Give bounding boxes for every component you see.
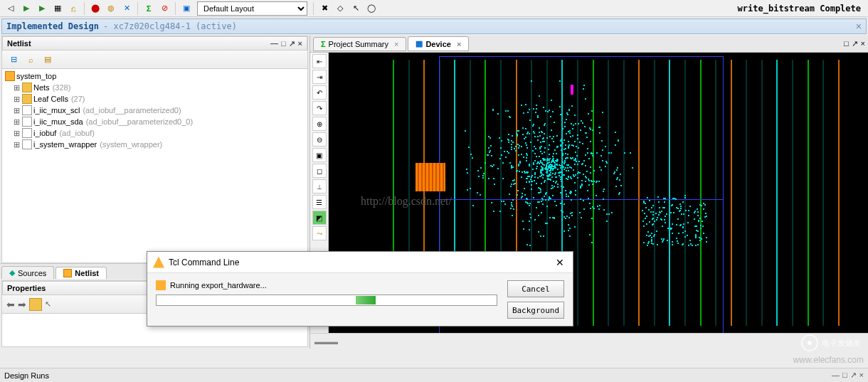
sources-icon: ◆	[9, 268, 15, 277]
expand-icon[interactable]: ⊞	[12, 129, 21, 138]
diamond-icon[interactable]: ◇	[334, 2, 346, 15]
undo-icon[interactable]: ↶	[312, 85, 327, 100]
redo-icon[interactable]: ↷	[312, 101, 327, 115]
cancel-button[interactable]: Cancel	[507, 280, 564, 297]
layout-icon[interactable]: ▣	[180, 2, 193, 15]
chip-icon[interactable]: ▦	[51, 2, 64, 15]
site-url: www.elecfans.com	[793, 355, 864, 365]
progress-indicator	[356, 296, 376, 304]
stop-icon[interactable]: ⬤	[89, 2, 102, 15]
drawer-icon[interactable]: ▬▬▬	[314, 337, 338, 346]
background-button[interactable]: Background	[507, 302, 564, 319]
back-icon[interactable]: ◁	[4, 2, 17, 15]
close-tab-icon[interactable]: ×	[394, 40, 398, 48]
restore-icon[interactable]: ↗	[852, 39, 858, 48]
branch-icon[interactable]: ⎌	[67, 2, 80, 15]
cell-icon	[22, 128, 32, 138]
filter-icon[interactable]: ▤	[40, 52, 55, 68]
pointer-icon[interactable]: ↖	[45, 299, 51, 309]
sigma-icon: Σ	[321, 40, 326, 48]
tree-root[interactable]: system_top	[4, 70, 306, 82]
zoom-fit-icon[interactable]: ▣	[312, 148, 327, 162]
cancel-icon[interactable]: ⊘	[158, 2, 171, 15]
collapse-icon[interactable]: ⊟	[6, 52, 21, 68]
close-icon[interactable]: ×	[298, 39, 302, 48]
tab-sources[interactable]: ◆ Sources	[1, 266, 54, 279]
back-icon[interactable]: ⬅	[6, 299, 15, 310]
status-text: write_bitstream Complete	[738, 4, 865, 14]
close-icon[interactable]: ×	[861, 39, 865, 48]
box-icon[interactable]	[29, 298, 42, 311]
tree-item[interactable]: ⊞ Nets (328)	[4, 82, 306, 93]
app-icon	[153, 257, 164, 268]
close-icon[interactable]: ×	[859, 371, 864, 380]
bram-marker	[571, 85, 573, 95]
minimize-icon[interactable]: —	[832, 371, 840, 380]
site-logo: 电子发烧友	[776, 332, 861, 354]
netlist-tree[interactable]: system_top ⊞ Nets (328) ⊞ Leaf Cells (27…	[2, 69, 307, 262]
expand-icon[interactable]: ⊞	[12, 83, 21, 92]
dialog-close-icon[interactable]: ✕	[553, 257, 567, 268]
minimize-icon[interactable]: —	[270, 39, 278, 48]
region-label: X1Y0	[528, 331, 547, 333]
expand-icon[interactable]: ⊞	[12, 95, 21, 104]
main-toolbar: ◁ ▶ ▶ ▦ ⎌ ⬤ ◍ ✕ Σ ⊘ ▣ Default Layout ✖ ◇…	[0, 0, 868, 17]
tree-item[interactable]: ⊞ i_iic_mux_scl (ad_iobuf__parameterized…	[4, 105, 306, 116]
design-banner: Implemented Design - xc7z020clg484-1 (ac…	[1, 18, 867, 34]
select-icon[interactable]: ◻	[312, 164, 327, 178]
cell-icon	[22, 117, 32, 127]
prev-icon[interactable]: ⇤	[312, 54, 327, 68]
tab-project-summary[interactable]: Σ Project Summary ×	[313, 37, 406, 51]
netlist-header: Netlist — □ ↗ ×	[2, 36, 307, 51]
tab-netlist[interactable]: Netlist	[55, 267, 107, 279]
route-icon[interactable]: ⤳	[312, 226, 327, 240]
ruler-icon[interactable]: ⟂	[312, 179, 327, 193]
maximize-icon[interactable]: □	[842, 371, 847, 380]
design-runs-title: Design Runs	[4, 371, 49, 380]
globe-icon[interactable]: ◍	[105, 2, 117, 15]
expand-icon[interactable]: ⊞	[12, 106, 21, 115]
banner-close-icon[interactable]: ×	[856, 21, 862, 32]
play2-icon[interactable]: ▶	[36, 2, 48, 15]
sigma-icon[interactable]: Σ	[142, 2, 155, 15]
play-icon[interactable]: ▶	[20, 2, 33, 15]
bubble-icon[interactable]: ◯	[365, 2, 378, 15]
dialog-message-row: Running export_hardware...	[156, 280, 499, 290]
design-runs-panel: Design Runs — □ ↗ ×	[0, 368, 868, 382]
tree-item[interactable]: ⊞ i_iobuf (ad_iobuf)	[4, 127, 306, 139]
right-tabs: Σ Project Summary × ▦ Device × □ ↗ ×	[310, 36, 868, 53]
restore-icon[interactable]: ↗	[289, 39, 295, 48]
layout-select[interactable]: Default Layout	[197, 1, 307, 16]
close-tab-icon[interactable]: ×	[457, 40, 461, 48]
find-icon[interactable]: ⌕	[23, 52, 38, 68]
next-icon[interactable]: ⇥	[312, 70, 327, 84]
tab-device[interactable]: ▦ Device ×	[408, 36, 469, 51]
forward-icon[interactable]: ➡	[18, 299, 26, 310]
zoom-in-icon[interactable]: ⊕	[312, 117, 327, 131]
netlist-title: Netlist	[7, 39, 31, 48]
expand-icon[interactable]: ⊞	[12, 140, 21, 149]
netlist-icon	[63, 269, 72, 277]
cell-icon	[22, 139, 32, 149]
zoom-out-icon[interactable]: ⊖	[312, 132, 327, 147]
tree-item[interactable]: ⊞ i_iic_mux_sda (ad_iobuf__parameterized…	[4, 116, 306, 127]
report-icon[interactable]: ☰	[312, 195, 327, 209]
task-icon	[156, 280, 166, 290]
expand-icon[interactable]: ⊞	[12, 117, 21, 127]
ps-block	[416, 163, 445, 191]
dialog-titlebar: Tcl Command Line ✕	[147, 252, 573, 273]
module-icon	[5, 71, 15, 81]
pin-icon[interactable]: ✖	[318, 2, 331, 15]
folder-icon	[22, 94, 32, 104]
pointer-icon[interactable]: ↖	[349, 2, 362, 15]
tree-item[interactable]: ⊞ Leaf Cells (27)	[4, 93, 306, 105]
dialog-title: Tcl Command Line	[169, 258, 239, 267]
tools-icon[interactable]: ✕	[120, 2, 133, 15]
maximize-icon[interactable]: □	[844, 39, 849, 48]
device-icon: ▦	[416, 39, 423, 48]
highlight-icon[interactable]: ◩	[312, 211, 327, 225]
restore-icon[interactable]: ↗	[850, 371, 857, 380]
watermark-text: http://blog.csdn.net/	[361, 195, 452, 208]
maximize-icon[interactable]: □	[281, 39, 286, 48]
tree-item[interactable]: ⊞ i_system_wrapper (system_wrapper)	[4, 139, 306, 150]
